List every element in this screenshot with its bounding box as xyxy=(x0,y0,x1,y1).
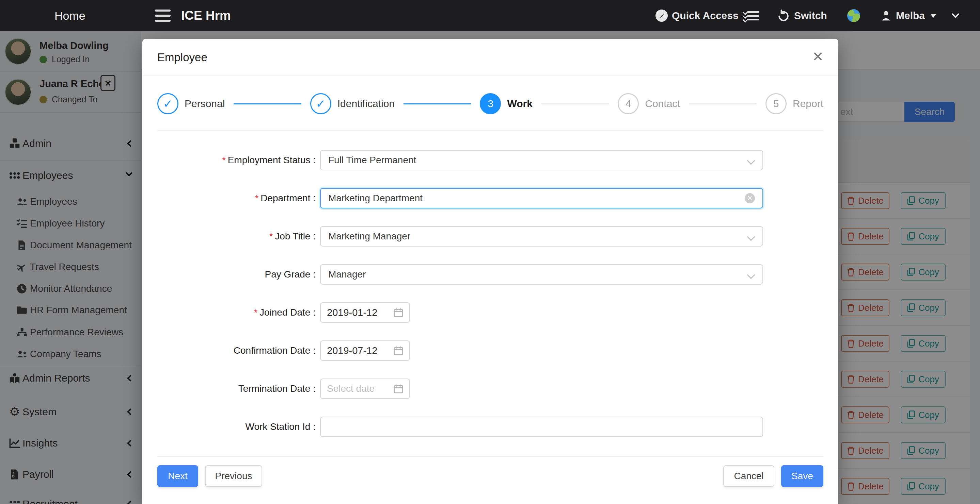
step-connector xyxy=(234,103,301,105)
department-select[interactable]: Marketing Department ✕ xyxy=(320,188,763,208)
step-report-icon[interactable]: 5 xyxy=(765,93,787,114)
modal-footer: Next Previous Cancel Save xyxy=(142,457,838,495)
confirmation-date-picker[interactable]: 2019-07-12 xyxy=(320,341,410,361)
step-number: 5 xyxy=(773,98,779,109)
select-value: Marketing Department xyxy=(328,193,423,204)
form-row-joined-date: *Joined Date : 2019-01-12 xyxy=(158,302,823,323)
step-connector xyxy=(404,103,471,105)
date-value: 2019-01-12 xyxy=(327,307,377,318)
switch-label: Switch xyxy=(794,10,827,21)
field-label: *Employment Status : xyxy=(158,155,320,166)
work-form: *Employment Status : Full Time Permanent… xyxy=(142,131,838,457)
employment-status-select[interactable]: Full Time Permanent xyxy=(320,150,763,170)
collapse-topbar-button[interactable] xyxy=(953,0,958,31)
wizard-steps: ✓ Personal ✓ Identification 3 Work 4 Con… xyxy=(142,76,838,130)
next-button[interactable]: Next xyxy=(158,465,198,487)
required-mark: * xyxy=(255,193,258,203)
compass-icon xyxy=(655,10,668,22)
select-value: Marketing Manager xyxy=(328,231,410,242)
chevron-down-icon xyxy=(748,271,755,278)
date-value: 2019-07-12 xyxy=(327,345,377,357)
joined-date-picker[interactable]: 2019-01-12 xyxy=(320,302,410,323)
step-number: 3 xyxy=(488,98,493,109)
check-icon: ✓ xyxy=(316,97,326,111)
job-title-select[interactable]: Marketing Manager xyxy=(320,226,763,247)
field-label: *Joined Date : xyxy=(158,307,320,318)
field-label: Confirmation Date : xyxy=(158,345,320,356)
employee-modal: Employee × ✓ Personal ✓ Identification 3… xyxy=(142,39,838,504)
chevron-down-icon xyxy=(952,11,959,18)
step-work-icon[interactable]: 3 xyxy=(480,93,501,114)
save-button[interactable]: Save xyxy=(781,465,823,487)
step-identification-label: Identification xyxy=(337,98,395,109)
select-value: Manager xyxy=(328,269,366,280)
step-identification-icon[interactable]: ✓ xyxy=(310,93,331,114)
work-station-id-input[interactable] xyxy=(320,417,763,437)
step-report-label: Report xyxy=(793,98,823,109)
step-work-label: Work xyxy=(507,98,532,109)
tasks-button[interactable] xyxy=(748,0,759,31)
field-label: *Department : xyxy=(158,193,320,204)
calendar-icon xyxy=(394,308,403,317)
user-icon xyxy=(880,10,892,21)
select-value: Full Time Permanent xyxy=(328,155,416,166)
form-row-job-title: *Job Title : Marketing Manager xyxy=(158,226,823,247)
step-number: 4 xyxy=(625,98,631,109)
form-row-employment-status: *Employment Status : Full Time Permanent xyxy=(158,150,823,170)
quick-access-button[interactable]: Quick Access xyxy=(655,0,738,31)
previous-button[interactable]: Previous xyxy=(205,465,262,487)
switch-button[interactable]: Switch xyxy=(777,0,827,31)
form-row-work-station-id: Work Station Id : xyxy=(158,417,823,437)
pay-grade-select[interactable]: Manager xyxy=(320,264,763,285)
step-connector xyxy=(689,103,757,105)
check-icon: ✓ xyxy=(163,97,173,111)
switch-icon xyxy=(777,9,790,22)
chevron-down-icon xyxy=(748,233,755,240)
form-row-confirmation-date: Confirmation Date : 2019-07-12 xyxy=(158,341,823,361)
close-icon[interactable]: × xyxy=(808,46,828,67)
date-placeholder: Select date xyxy=(327,383,375,394)
form-row-pay-grade: Pay Grade : Manager xyxy=(158,264,823,285)
chevron-down-icon xyxy=(748,157,755,164)
calendar-icon xyxy=(394,346,403,355)
language-button[interactable] xyxy=(847,0,860,31)
app-title: ICE Hrm xyxy=(181,0,231,31)
home-link[interactable]: Home xyxy=(54,0,86,31)
field-label: Pay Grade : xyxy=(158,269,320,280)
user-label: Melba xyxy=(896,10,925,21)
caret-down-icon xyxy=(930,14,936,18)
required-mark: * xyxy=(254,307,258,318)
quick-access-label: Quick Access xyxy=(672,10,738,21)
hamburger-menu-icon[interactable] xyxy=(155,10,170,22)
topbar: Home ICE Hrm Quick Access Switch Melba xyxy=(0,0,980,31)
termination-date-picker[interactable]: Select date xyxy=(320,379,410,399)
step-connector xyxy=(541,103,609,105)
field-label: Termination Date : xyxy=(158,383,320,394)
calendar-icon xyxy=(394,384,403,393)
globe-icon xyxy=(847,9,860,22)
cancel-button[interactable]: Cancel xyxy=(723,465,774,487)
task-list-icon xyxy=(748,11,759,21)
form-row-termination-date: Termination Date : Select date xyxy=(158,379,823,399)
modal-title: Employee xyxy=(158,39,207,76)
step-personal-label: Personal xyxy=(185,98,225,109)
required-mark: * xyxy=(269,231,273,241)
modal-header: Employee × xyxy=(142,39,838,76)
clear-icon[interactable]: ✕ xyxy=(745,193,755,203)
field-label: Work Station Id : xyxy=(158,422,320,432)
field-label: *Job Title : xyxy=(158,231,320,242)
required-mark: * xyxy=(222,155,226,165)
step-contact-icon[interactable]: 4 xyxy=(618,93,639,114)
user-menu[interactable]: Melba xyxy=(880,0,936,31)
step-contact-label: Contact xyxy=(645,98,680,109)
step-personal-icon[interactable]: ✓ xyxy=(158,93,178,114)
form-row-department: *Department : Marketing Department ✕ xyxy=(158,188,823,208)
